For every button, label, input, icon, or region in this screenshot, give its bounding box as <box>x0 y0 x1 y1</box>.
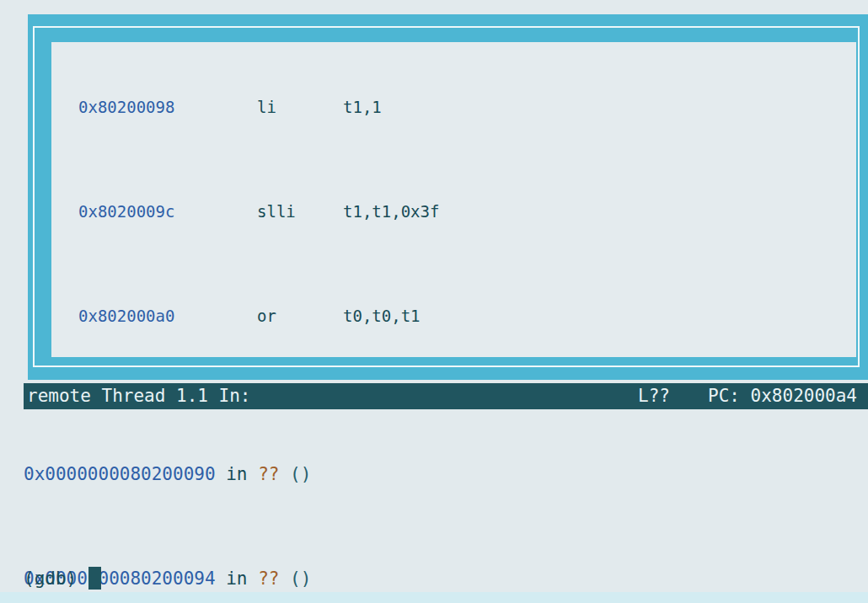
bottom-cutoff-band <box>0 592 868 603</box>
assembly-panel: 0x80200098lit1,1 0x8020009csllit1,t1,0x3… <box>28 14 868 380</box>
instruction-address: 0x8020009c <box>78 199 257 225</box>
assembly-listing: 0x80200098lit1,1 0x8020009csllit1,t1,0x3… <box>51 42 856 357</box>
instruction-mnemonic: slli <box>257 199 343 225</box>
frame-address: 0x0000000080200090 <box>24 464 216 484</box>
console-output-line: 0x0000000080200090in??() <box>24 462 311 488</box>
asm-row: 0x802000a0ort0,t0,t1 <box>51 303 856 329</box>
frame-unknown-function: ?? <box>258 568 279 589</box>
frame-in-keyword: in <box>226 568 247 589</box>
asm-row: 0x80200098lit1,1 <box>51 94 856 120</box>
instruction-operands: t1,1 <box>343 98 382 116</box>
frame-unknown-function: ?? <box>258 464 279 484</box>
instruction-mnemonic: li <box>257 94 343 120</box>
gdb-prompt-label: (gdb) <box>24 568 77 589</box>
instruction-mnemonic: or <box>257 303 343 329</box>
asm-row-text: 0x80200098lit1,1 <box>78 94 382 120</box>
gdb-prompt-line[interactable]: (gdb) <box>24 566 101 592</box>
asm-row: 0x8020009csllit1,t1,0x3f <box>51 199 856 225</box>
frame-parens: () <box>290 464 311 484</box>
instruction-operands: t0,t0,t1 <box>343 307 421 325</box>
terminal-cursor <box>88 567 101 590</box>
status-pc: PC: 0x802000a4 <box>708 383 857 409</box>
frame-parens: () <box>290 568 311 589</box>
status-line-indicator: L?? <box>638 383 670 409</box>
terminal-screen: 0x80200098lit1,1 0x8020009csllit1,t1,0x3… <box>0 0 868 603</box>
instruction-address: 0x80200098 <box>78 94 257 120</box>
frame-in-keyword: in <box>226 464 247 484</box>
asm-row-text: 0x8020009csllit1,t1,0x3f <box>78 199 439 225</box>
asm-row-text: 0x802000a0ort0,t0,t1 <box>78 303 421 329</box>
instruction-address: 0x802000a0 <box>78 303 257 329</box>
status-thread-info: remote Thread 1.1 In: <box>27 383 251 409</box>
status-bar: remote Thread 1.1 In: L?? PC: 0x802000a4 <box>24 383 868 409</box>
instruction-operands: t1,t1,0x3f <box>343 202 439 221</box>
